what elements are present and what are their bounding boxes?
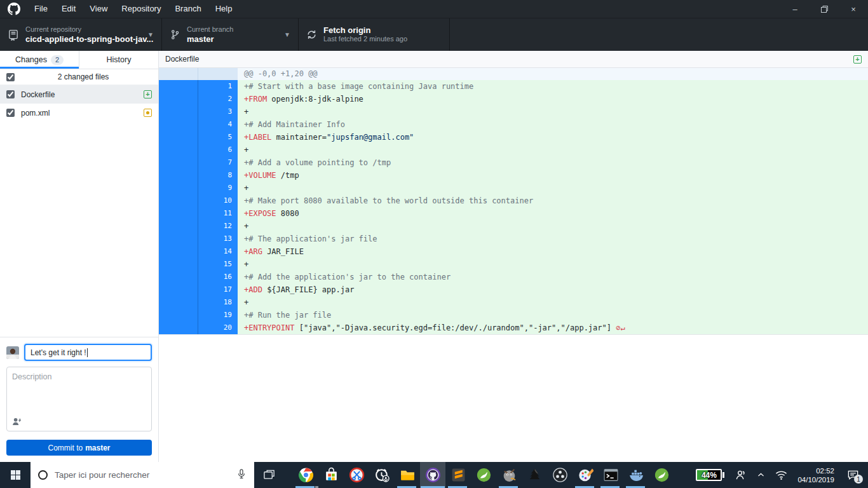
tab-history[interactable]: History [79, 51, 158, 69]
diff-line-15: 15+ [159, 258, 868, 271]
current-branch-dropdown[interactable]: Current branch master ▼ [162, 18, 299, 51]
diff-gutter-old[interactable] [159, 118, 198, 131]
select-all-checkbox[interactable] [6, 73, 15, 81]
diff-gutter-old[interactable] [159, 271, 198, 283]
diff-gutter-new[interactable]: 2 [198, 93, 238, 105]
menu-branch[interactable]: Branch [168, 0, 208, 18]
diff-gutter-new[interactable]: 6 [198, 144, 238, 156]
command-prompt-icon [603, 467, 619, 483]
taskbar-app-chrome[interactable] [293, 462, 318, 488]
diff-gutter-new[interactable]: 15 [198, 258, 238, 271]
diff-gutter-old[interactable] [159, 144, 198, 156]
diff-gutter-old[interactable] [159, 182, 198, 194]
diff-gutter-old[interactable] [159, 131, 198, 144]
diff-gutter-new[interactable]: 11 [198, 207, 238, 220]
taskbar-app-microsoft-store[interactable] [318, 462, 344, 488]
tab-changes[interactable]: Changes 2 [0, 51, 79, 69]
diff-gutter-old[interactable] [159, 80, 198, 93]
diff-gutter-new[interactable]: 17 [198, 283, 238, 296]
diff-gutter-new[interactable]: 18 [198, 296, 238, 309]
battery-indicator[interactable]: 44% [691, 462, 729, 488]
include-file-checkbox[interactable] [6, 109, 15, 117]
diff-line-5: 5+LABEL maintainer="jupsfan@gmail.com" [159, 131, 868, 144]
taskbar-app-paint-app[interactable] [573, 462, 598, 488]
diff-gutter-old[interactable] [159, 194, 198, 207]
commit-summary-input[interactable]: Let's get it right ! [24, 344, 152, 361]
include-file-checkbox[interactable] [6, 90, 15, 98]
minimize-button[interactable]: – [780, 0, 810, 18]
microsoft-store-icon [323, 467, 339, 483]
taskbar-app-spring[interactable] [471, 462, 496, 488]
sublime-text-icon [451, 467, 466, 483]
commit-summary-value: Let's get it right ! [31, 348, 86, 357]
taskbar-app-github-desktop[interactable] [420, 462, 445, 488]
diff-gutter-new[interactable]: 5 [198, 131, 238, 144]
diff-gutter-old[interactable] [159, 258, 198, 271]
diff-gutter-new[interactable]: 16 [198, 271, 238, 283]
taskbar-app-inkscape[interactable] [522, 462, 547, 488]
taskbar-app-alarms-clock[interactable] [369, 462, 395, 488]
restore-button[interactable] [810, 0, 839, 18]
close-button[interactable]: × [839, 0, 868, 18]
diff-gutter-new[interactable]: 19 [198, 309, 238, 322]
taskbar-app-gimp[interactable] [496, 462, 522, 488]
menu-edit[interactable]: Edit [55, 0, 83, 18]
fetch-origin-button[interactable]: Fetch origin Last fetched 2 minutes ago [299, 18, 450, 51]
diff-line-17: 17+ADD ${JAR_FILE} app.jar [159, 283, 868, 296]
diff-gutter-new[interactable]: 14 [198, 245, 238, 258]
diff-gutter-old[interactable] [159, 169, 198, 182]
menu-repository[interactable]: Repository [114, 0, 168, 18]
add-coauthor-icon[interactable] [12, 417, 146, 426]
diff-gutter-old[interactable] [159, 207, 198, 220]
diff-gutter-old[interactable] [159, 309, 198, 322]
diff-gutter-new[interactable]: 7 [198, 156, 238, 169]
diff-gutter-new[interactable]: 10 [198, 194, 238, 207]
diff-gutter-old[interactable] [159, 220, 198, 233]
diff-line-text: +# Run the jar file [238, 309, 868, 322]
commit-description-input[interactable]: Description [6, 367, 152, 431]
diff-gutter-new[interactable]: 3 [198, 105, 238, 118]
file-name: Dockerfile [21, 90, 144, 99]
commit-button[interactable]: Commit to master [6, 440, 152, 456]
diff-line-13: 13+# The application's jar file [159, 233, 868, 245]
diff-gutter-old[interactable] [159, 245, 198, 258]
taskbar-app-sublime-text[interactable] [445, 462, 471, 488]
menu-view[interactable]: View [83, 0, 114, 18]
diff-gutter-new[interactable]: 4 [198, 118, 238, 131]
menu-help[interactable]: Help [208, 0, 240, 18]
taskbar-app-obs-studio[interactable] [547, 462, 573, 488]
file-row-dockerfile[interactable]: Dockerfile+ [0, 85, 158, 104]
start-button[interactable] [0, 462, 31, 488]
diff-panel: Dockerfile + @@ -0,0 +1,20 @@ 1+# Start … [159, 51, 868, 462]
taskbar-app-spring-tool-suite[interactable] [649, 462, 674, 488]
diff-gutter-new[interactable]: 13 [198, 233, 238, 245]
wifi-button[interactable] [770, 462, 792, 488]
action-center-button[interactable]: 1 [839, 462, 866, 488]
people-button[interactable] [729, 462, 752, 488]
taskbar-app-docker[interactable] [623, 462, 649, 488]
current-repository-dropdown[interactable]: Current repository cicd-applied-to-sprin… [0, 18, 162, 51]
show-hidden-icons-button[interactable] [752, 462, 770, 488]
diff-gutter-old[interactable] [159, 105, 198, 118]
diff-gutter-old[interactable] [159, 93, 198, 105]
diff-gutter-old[interactable] [159, 296, 198, 309]
menu-file[interactable]: File [27, 0, 55, 18]
taskbar-app-snipping-tool[interactable] [344, 462, 369, 488]
diff-gutter-old[interactable] [159, 283, 198, 296]
microphone-icon[interactable] [236, 468, 247, 482]
diff-gutter-old[interactable] [159, 322, 198, 334]
diff-gutter-old[interactable] [159, 233, 198, 245]
battery-icon: 44% [696, 469, 722, 481]
taskbar-app-file-explorer[interactable] [395, 462, 420, 488]
diff-gutter-new[interactable]: 8 [198, 169, 238, 182]
diff-gutter-old[interactable] [159, 156, 198, 169]
clock[interactable]: 02:5204/10/2019 [792, 462, 839, 488]
taskbar-search[interactable]: Taper ici pour rechercher [31, 462, 254, 488]
diff-gutter-new[interactable]: 1 [198, 80, 238, 93]
diff-gutter-new[interactable]: 9 [198, 182, 238, 194]
file-row-pom.xml[interactable]: pom.xml [0, 104, 158, 122]
task-view-button[interactable] [254, 462, 284, 488]
diff-gutter-new[interactable]: 20 [198, 322, 238, 334]
taskbar-app-command-prompt[interactable] [598, 462, 623, 488]
diff-gutter-new[interactable]: 12 [198, 220, 238, 233]
